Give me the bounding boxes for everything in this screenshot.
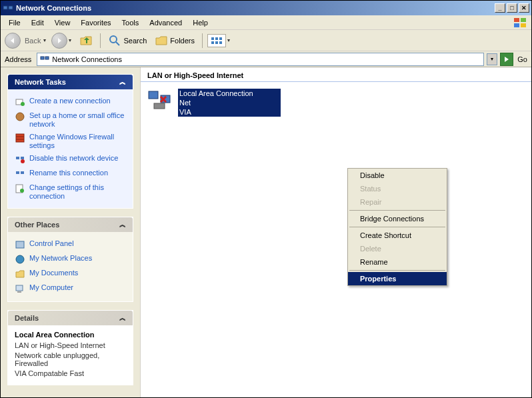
network-connections-icon-small xyxy=(40,54,49,65)
address-value: Network Connections xyxy=(52,55,122,63)
place-my-documents[interactable]: My Documents xyxy=(15,267,126,281)
address-input[interactable]: Network Connections xyxy=(37,53,484,66)
connection-status-line: Net xyxy=(178,98,281,107)
my-computer-icon xyxy=(15,283,25,294)
close-button[interactable]: ✕ xyxy=(519,3,529,13)
connection-local-area[interactable]: Local Area Connection Net VIA xyxy=(141,86,287,119)
menu-favorites[interactable]: Favorites xyxy=(75,17,116,28)
main-pane: LAN or High-Speed Internet Local Area Co… xyxy=(141,67,531,397)
network-connections-icon xyxy=(3,3,13,13)
folders-button[interactable]: Folders xyxy=(152,33,197,49)
svg-point-18 xyxy=(21,102,25,106)
home-network-icon xyxy=(15,111,25,122)
views-dropdown-icon[interactable]: ▾ xyxy=(227,37,230,43)
details-title: Details xyxy=(15,314,39,322)
firewall-icon xyxy=(15,133,25,143)
svg-rect-5 xyxy=(514,23,519,27)
svg-rect-23 xyxy=(16,157,19,159)
context-item-delete: Delete xyxy=(348,242,447,255)
toolbar: Back ▾ ▾ Search Folders ▾ xyxy=(1,30,531,51)
details-header[interactable]: Details ︽ xyxy=(8,311,133,325)
network-tasks-header[interactable]: Network Tasks ︽ xyxy=(8,75,133,89)
menu-edit[interactable]: Edit xyxy=(26,17,49,28)
details-connection-device: VIA Compatable Fast xyxy=(15,369,126,377)
titlebar: Network Connections _ □ ✕ xyxy=(1,1,531,15)
go-button[interactable] xyxy=(500,53,513,66)
details-body: Local Area Connection LAN or High-Speed … xyxy=(8,325,133,385)
control-panel-icon xyxy=(15,239,25,250)
context-item-properties[interactable]: Properties xyxy=(348,272,447,285)
svg-rect-10 xyxy=(215,37,218,40)
svg-point-25 xyxy=(21,159,25,163)
menu-tools[interactable]: Tools xyxy=(117,17,145,28)
search-label: Search xyxy=(123,37,147,45)
svg-rect-15 xyxy=(41,57,44,59)
context-menu-separator xyxy=(349,227,445,227)
task-firewall-settings[interactable]: Change Windows Firewall settings xyxy=(15,131,126,152)
svg-rect-4 xyxy=(521,18,526,22)
svg-rect-24 xyxy=(21,157,24,159)
forward-button[interactable] xyxy=(51,33,67,49)
task-create-connection[interactable]: Create a new connection xyxy=(15,95,126,109)
place-my-computer[interactable]: My Computer xyxy=(15,281,126,296)
context-item-create-shortcut[interactable]: Create Shortcut xyxy=(348,229,447,242)
forward-dropdown-icon[interactable]: ▾ xyxy=(69,37,71,43)
search-button[interactable]: Search xyxy=(105,33,149,49)
svg-point-7 xyxy=(110,36,117,43)
task-change-settings[interactable]: Change settings of this connection xyxy=(15,181,126,203)
other-places-header[interactable]: Other Places ︽ xyxy=(8,217,133,232)
context-item-rename[interactable]: Rename xyxy=(348,255,447,269)
context-menu: DisableStatusRepairBridge ConnectionsCre… xyxy=(347,168,447,286)
task-rename-connection[interactable]: Rename this connection xyxy=(15,167,126,181)
svg-point-29 xyxy=(20,189,24,193)
svg-rect-16 xyxy=(45,57,49,59)
task-disable-device[interactable]: Disable this network device xyxy=(15,152,126,167)
toolbar-separator-2 xyxy=(202,33,203,48)
task-setup-network[interactable]: Set up a home or small office network xyxy=(15,109,126,131)
back-label: Back xyxy=(25,37,41,45)
menu-advanced[interactable]: Advanced xyxy=(144,17,187,28)
sidebar: Network Tasks ︽ Create a new connection … xyxy=(1,67,141,397)
my-documents-icon xyxy=(15,269,25,279)
details-panel: Details ︽ Local Area Connection LAN or H… xyxy=(7,310,133,385)
views-button[interactable] xyxy=(207,34,226,47)
svg-rect-33 xyxy=(17,291,21,293)
context-item-status: Status xyxy=(348,182,447,195)
back-button[interactable] xyxy=(5,33,21,49)
new-connection-icon xyxy=(15,97,25,107)
place-network-places[interactable]: My Network Places xyxy=(15,252,126,267)
svg-rect-13 xyxy=(215,41,218,44)
context-menu-separator xyxy=(349,210,445,211)
details-connection-status: Network cable unplugged, Firewalled xyxy=(15,351,126,367)
up-button[interactable] xyxy=(77,33,95,49)
window-title: Network Connections xyxy=(16,4,493,12)
back-dropdown-icon[interactable]: ▾ xyxy=(43,37,46,43)
folders-icon xyxy=(155,34,168,47)
disable-icon xyxy=(15,154,25,165)
menu-file[interactable]: File xyxy=(3,17,26,28)
other-places-title: Other Places xyxy=(15,221,59,229)
maximize-button[interactable]: □ xyxy=(507,3,517,13)
menu-view[interactable]: View xyxy=(49,17,76,28)
collapse-icon: ︽ xyxy=(119,77,126,87)
details-connection-type: LAN or High-Speed Internet xyxy=(15,341,126,349)
svg-rect-3 xyxy=(514,18,519,22)
search-icon xyxy=(108,34,121,47)
svg-rect-6 xyxy=(521,23,526,27)
toolbar-separator xyxy=(100,33,101,48)
menu-help[interactable]: Help xyxy=(187,17,213,28)
context-item-bridge-connections[interactable]: Bridge Connections xyxy=(348,212,447,225)
network-places-icon xyxy=(15,254,25,265)
content-area: Network Tasks ︽ Create a new connection … xyxy=(1,67,531,397)
svg-rect-9 xyxy=(211,37,214,40)
other-places-body: Control Panel My Network Places My Docum… xyxy=(8,232,133,301)
settings-icon xyxy=(15,183,25,194)
context-menu-separator xyxy=(349,270,445,271)
place-control-panel[interactable]: Control Panel xyxy=(15,237,126,252)
context-item-disable[interactable]: Disable xyxy=(348,169,447,182)
address-dropdown-button[interactable]: ▾ xyxy=(487,53,497,65)
svg-rect-26 xyxy=(16,171,19,174)
windows-flag-icon xyxy=(513,17,529,29)
minimize-button[interactable]: _ xyxy=(495,3,505,13)
svg-rect-34 xyxy=(149,91,158,99)
